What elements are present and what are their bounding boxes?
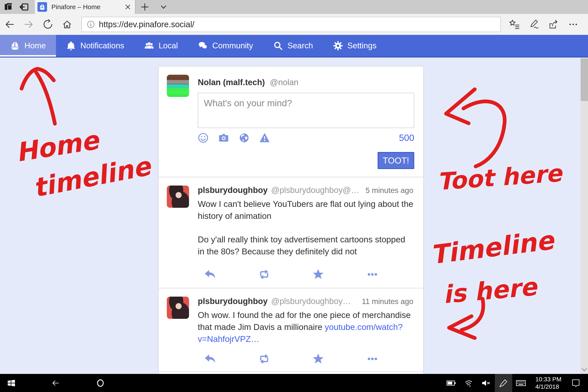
magnifier-icon bbox=[273, 41, 283, 51]
post-text: Wow I can't believe YouTubers are flat o… bbox=[198, 198, 413, 222]
post-timestamp: 11 minutes ago bbox=[356, 297, 413, 306]
nav-label: Settings bbox=[347, 41, 376, 50]
touch-keyboard-icon[interactable] bbox=[512, 374, 530, 392]
pinafore-navbar: Home Notifications Local Community Searc… bbox=[0, 35, 588, 58]
browser-tab-pinafore[interactable]: Pinafore – Home bbox=[35, 0, 135, 14]
speech-bubbles-icon bbox=[198, 41, 208, 51]
set-tabs-aside-icon[interactable] bbox=[19, 2, 30, 12]
desktop-screen: Pinafore – Home bbox=[0, 0, 588, 392]
people-icon bbox=[144, 41, 154, 51]
post-timestamp: 5 minutes ago bbox=[360, 186, 413, 195]
compose-display-name: Nolan (malf.tech) bbox=[198, 78, 265, 87]
wifi-icon[interactable] bbox=[460, 374, 477, 392]
pinafore-sailboat-icon bbox=[38, 2, 47, 12]
windows-taskbar: 10:33 PM 4/1/2018 bbox=[0, 374, 588, 392]
volume-muted-icon[interactable] bbox=[477, 374, 495, 392]
nav-item-notifications[interactable]: Notifications bbox=[56, 35, 134, 56]
tab-preview-icon[interactable] bbox=[4, 2, 14, 12]
nav-label: Home bbox=[24, 41, 46, 50]
cortana-button[interactable] bbox=[88, 374, 112, 392]
tab-list-chevron-icon[interactable] bbox=[154, 0, 173, 14]
nav-label: Community bbox=[212, 41, 253, 50]
post-text: Do y'all really think toy advertisement … bbox=[198, 234, 413, 258]
page-content: Nolan (malf.tech) @nolan bbox=[0, 58, 588, 374]
nav-label: Search bbox=[288, 41, 313, 50]
browser-toolbar bbox=[0, 14, 588, 35]
forward-button[interactable] bbox=[19, 14, 38, 35]
nav-item-local[interactable]: Local bbox=[134, 35, 188, 56]
timeline-post: plsburydoughboy @plsburydoughboy@mastodo… bbox=[158, 177, 423, 286]
post-username[interactable]: plsburydoughboy bbox=[198, 186, 268, 195]
post-handle: @plsburydoughboy@mastodon.so… bbox=[271, 186, 360, 195]
nav-item-home[interactable]: Home bbox=[0, 35, 56, 56]
gear-icon bbox=[333, 41, 343, 51]
nav-label: Notifications bbox=[80, 41, 124, 50]
char-counter: 500 bbox=[399, 133, 414, 143]
compose-handle: @nolan bbox=[270, 78, 298, 87]
address-bar[interactable] bbox=[82, 17, 501, 32]
timeline-post: plsburydoughboy @plsburydoughboy@mastodo… bbox=[158, 288, 423, 370]
battery-icon[interactable] bbox=[442, 374, 460, 392]
post-handle: @plsburydoughboy@mastodon.s… bbox=[271, 296, 356, 306]
emoji-smiley-icon[interactable] bbox=[198, 132, 209, 143]
home-button[interactable] bbox=[58, 14, 77, 35]
pen-icon[interactable] bbox=[495, 374, 512, 392]
new-tab-button[interactable] bbox=[136, 0, 154, 14]
compose-input[interactable] bbox=[198, 93, 414, 128]
timeline-post: kз:ʳ @chr@cybre.space 13 minutes ago you… bbox=[158, 372, 423, 374]
timeline-column: Nolan (malf.tech) @nolan bbox=[158, 66, 424, 374]
nav-item-settings[interactable]: Settings bbox=[323, 35, 386, 56]
avatar[interactable] bbox=[167, 75, 189, 97]
back-button[interactable] bbox=[0, 14, 19, 35]
url-input[interactable] bbox=[99, 20, 496, 29]
refresh-button[interactable] bbox=[38, 14, 58, 35]
compose-box: Nolan (malf.tech) @nolan bbox=[158, 66, 423, 177]
favorite-star-icon[interactable] bbox=[312, 268, 324, 280]
reply-icon[interactable] bbox=[204, 268, 216, 280]
toot-button[interactable]: TOOT! bbox=[378, 152, 414, 169]
settings-ellipsis-icon[interactable] bbox=[564, 14, 583, 35]
start-button[interactable] bbox=[0, 374, 23, 392]
share-icon[interactable] bbox=[544, 14, 564, 35]
content-warning-icon[interactable] bbox=[259, 132, 270, 143]
site-info-icon[interactable] bbox=[86, 20, 96, 29]
boost-icon[interactable] bbox=[258, 268, 270, 280]
tab-title: Pinafore – Home bbox=[52, 3, 124, 11]
sailboat-icon bbox=[10, 41, 20, 51]
taskbar-clock[interactable]: 10:33 PM 4/1/2018 bbox=[530, 376, 567, 390]
scrollbar-thumb[interactable] bbox=[580, 58, 588, 101]
post-username[interactable]: plsburydoughboy bbox=[198, 296, 268, 306]
scroll-down-icon[interactable] bbox=[580, 368, 588, 372]
favorite-star-icon[interactable] bbox=[312, 353, 324, 365]
reply-icon[interactable] bbox=[204, 353, 216, 365]
boost-icon[interactable] bbox=[258, 353, 270, 365]
favorites-hub-icon[interactable] bbox=[504, 14, 524, 35]
tab-close-icon[interactable] bbox=[124, 4, 131, 10]
camera-icon[interactable] bbox=[218, 132, 229, 143]
clock-time: 10:33 PM bbox=[535, 376, 562, 383]
globe-icon[interactable] bbox=[239, 132, 250, 143]
web-note-pen-icon[interactable] bbox=[524, 14, 544, 35]
bell-icon bbox=[66, 41, 76, 51]
avatar[interactable] bbox=[167, 186, 189, 208]
page-scrollbar[interactable] bbox=[580, 58, 588, 374]
clock-date: 4/1/2018 bbox=[535, 383, 562, 390]
nav-item-search[interactable]: Search bbox=[263, 35, 323, 56]
taskbar-back-button[interactable] bbox=[44, 374, 68, 392]
nav-label: Local bbox=[158, 41, 178, 50]
browser-tab-bar: Pinafore – Home bbox=[0, 0, 588, 14]
post-text: Oh wow. I found the ad for the one piece… bbox=[198, 309, 413, 345]
nav-item-community[interactable]: Community bbox=[188, 35, 263, 56]
more-dots-icon[interactable] bbox=[366, 268, 378, 280]
avatar[interactable] bbox=[167, 296, 189, 319]
action-center-icon[interactable] bbox=[567, 374, 584, 392]
more-dots-icon[interactable] bbox=[366, 353, 378, 365]
